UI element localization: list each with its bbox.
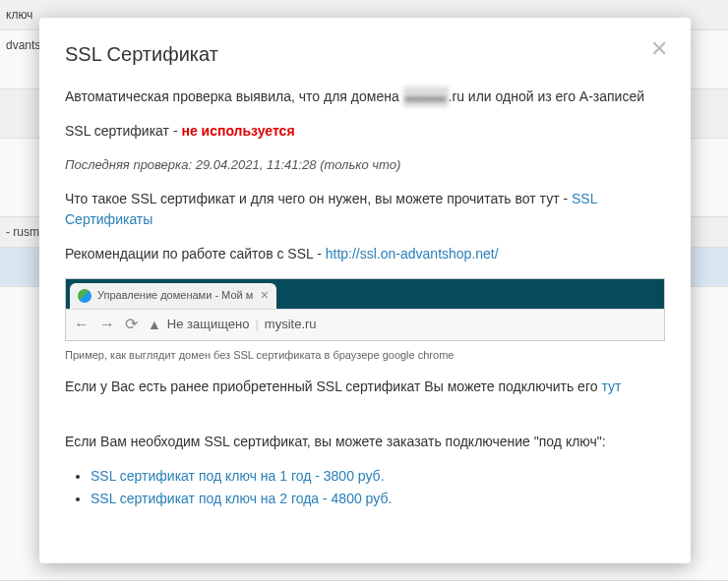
connect-cert-link[interactable]: тут [601, 378, 621, 394]
offer-1-year-link[interactable]: SSL сертификат под ключ на 1 год - 3800 … [91, 468, 385, 484]
text-fragment: SSL сертификат - [65, 123, 181, 139]
browser-tabstrip: Управление доменами - Мой м × [66, 279, 664, 309]
divider: | [255, 315, 258, 334]
address-bar: ▲ Не защищено | mysite.ru [148, 315, 656, 335]
list-item: SSL сертификат под ключ на 1 год - 3800 … [91, 466, 665, 487]
domain-suffix: .ru [449, 88, 464, 104]
not-secure-label: Не защищено [167, 315, 250, 334]
ssl-modal: ✕ SSL Сертификат Автоматическая проверка… [39, 18, 691, 563]
reload-icon: ⟳ [125, 313, 138, 336]
existing-cert-line: Если у Вас есть ранее приобретенный SSL … [65, 377, 665, 397]
modal-title: SSL Сертификат [65, 39, 665, 69]
check-result-line-2: SSL сертификат - не используется [65, 121, 665, 142]
text-fragment: Что такое SSL сертификат и для чего он н… [65, 191, 572, 206]
what-is-ssl-line: Что такое SSL сертификат и для чего он н… [65, 189, 665, 230]
address-text: mysite.ru [265, 315, 317, 334]
last-check-time: Последняя проверка: 29.04.2021, 11:41:28… [65, 155, 665, 175]
text-fragment: Рекомендации по работе сайтов с SSL - [65, 246, 326, 261]
browser-tab: Управление доменами - Мой м × [70, 283, 276, 309]
close-icon[interactable]: ✕ [649, 39, 669, 59]
order-intro-line: Если Вам необходим SSL сертификат, вы мо… [65, 432, 665, 452]
text-fragment: или одной из его A-записей [464, 88, 644, 104]
forward-icon: → [99, 313, 115, 336]
tab-close-icon: × [261, 285, 269, 306]
site-favicon-icon [78, 289, 91, 303]
ssl-recommendations-link[interactable]: http://ssl.on-advantshop.net/ [326, 246, 499, 261]
back-icon: ← [74, 313, 90, 336]
browser-mockup: Управление доменами - Мой м × ← → ⟳ ▲ Не… [65, 278, 665, 341]
text-fragment: Если у Вас есть ранее приобретенный SSL … [65, 378, 601, 394]
offer-2-year-link[interactable]: SSL сертификат под ключ на 2 года - 4800… [91, 491, 392, 506]
tab-title: Управление доменами - Мой м [97, 287, 255, 304]
mockup-caption: Пример, как выглядит домен без SSL серти… [65, 347, 665, 364]
browser-toolbar: ← → ⟳ ▲ Не защищено | mysite.ru [66, 309, 664, 340]
domain-blurred: ▬▬▬ [403, 87, 449, 107]
warning-icon: ▲ [148, 315, 161, 335]
recommendations-line: Рекомендации по работе сайтов с SSL - ht… [65, 244, 665, 264]
check-result-line-1: Автоматическая проверка выявила, что для… [65, 87, 665, 107]
text-fragment: Автоматическая проверка выявила, что для… [65, 88, 403, 104]
list-item: SSL сертификат под ключ на 2 года - 4800… [91, 489, 665, 509]
offers-list: SSL сертификат под ключ на 1 год - 3800 … [65, 466, 665, 509]
ssl-status-not-used: не используется [181, 123, 294, 139]
